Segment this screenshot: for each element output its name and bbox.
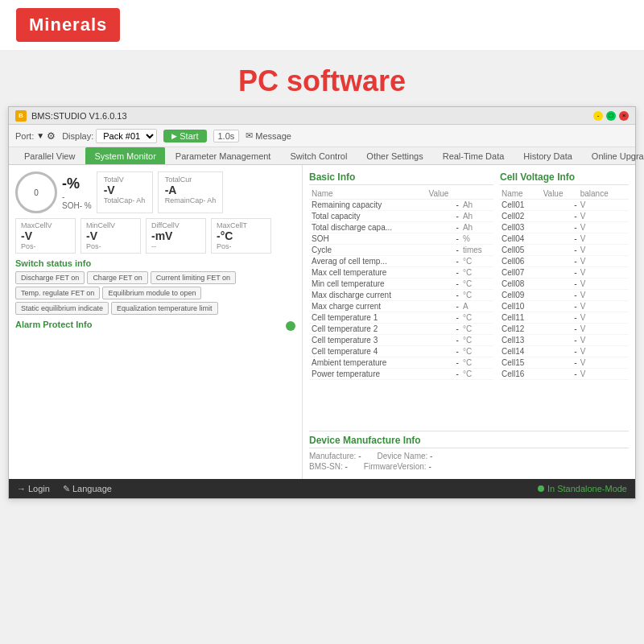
- equalization-temp-btn[interactable]: Equalization temperature limit: [111, 302, 218, 315]
- table-row: Cell01 - V: [500, 200, 629, 211]
- tab-realtime[interactable]: Real-Time Data: [434, 147, 514, 164]
- message-button[interactable]: ✉ Message: [246, 130, 291, 141]
- equilibrium-open-btn[interactable]: Equilibrium module to open: [102, 287, 201, 299]
- device-info-section: Device Manufacture Info Manufacture: - D…: [309, 431, 629, 473]
- row-name: Min cell temperature: [309, 279, 427, 290]
- table-row: Cell14 - V: [500, 346, 629, 357]
- table-row: Cell temperature 4 - °C: [309, 346, 493, 357]
- close-button[interactable]: ×: [619, 111, 629, 121]
- row-unit: °C: [460, 346, 493, 357]
- row-value: -: [427, 245, 460, 256]
- gear-icon[interactable]: ⚙: [47, 130, 56, 142]
- table-row: Cell02 - V: [500, 211, 629, 222]
- branding-area: Minerals: [0, 0, 644, 50]
- soh-value: -%: [62, 175, 92, 192]
- row-name: Cell temperature 4: [309, 346, 427, 357]
- cv-cell-balance: V: [579, 357, 629, 369]
- cv-cell-balance: V: [579, 301, 629, 312]
- row-name: Max cell temperature: [309, 267, 427, 279]
- min-cell-v-sub: Pos-: [86, 242, 135, 250]
- row-name: Cell temperature 2: [309, 324, 427, 335]
- basic-info-table: Name Value Remaining capacity - Ah Total…: [309, 188, 493, 380]
- tab-parameter[interactable]: Parameter Management: [167, 147, 280, 164]
- row-value: -: [427, 233, 460, 245]
- table-row: Ambient temperature - °C: [309, 357, 493, 369]
- total-v-box: TotalV -V TotalCap- Ah: [97, 171, 153, 213]
- diff-cell-v-box: DiffCellV -mV --: [146, 218, 206, 254]
- tab-system-monitor[interactable]: System Monitor: [85, 147, 164, 164]
- start-button[interactable]: Start: [163, 130, 206, 142]
- row-name: Cell temperature 1: [309, 312, 427, 324]
- cv-col-value: Value: [542, 188, 579, 200]
- max-cell-v-box: MaxCellV -V Pos-: [15, 218, 76, 254]
- row-value: -: [427, 279, 460, 290]
- table-row: Cell15 - V: [500, 357, 629, 369]
- minimize-button[interactable]: -: [593, 111, 603, 121]
- cv-cell-value: -: [542, 245, 579, 256]
- row-unit: °C: [460, 369, 493, 380]
- row-name: Max discharge current: [309, 290, 427, 301]
- device-name-label: Device Name:: [378, 452, 428, 460]
- cv-cell-name: Cell10: [500, 301, 542, 312]
- tab-parallel[interactable]: Parallel View: [15, 147, 84, 164]
- cell-metrics-row: MaxCellV -V Pos- MinCellV -V Pos- DiffCe…: [15, 218, 295, 254]
- mode-label: In Standalone-Mode: [547, 484, 627, 493]
- current-limit-btn[interactable]: Current limiting FET on: [151, 271, 236, 284]
- tab-history[interactable]: History Data: [514, 147, 581, 164]
- row-value: -: [427, 211, 460, 222]
- pack-select[interactable]: Pack #01: [96, 129, 157, 143]
- row-name: Cycle: [309, 245, 427, 256]
- maximize-button[interactable]: □: [606, 111, 616, 121]
- total-v-sub: TotalCap- Ah: [104, 196, 146, 204]
- row-value: -: [427, 222, 460, 233]
- static-equilibrium-btn[interactable]: Static equilibrium indicate: [15, 302, 109, 315]
- window-controls: - □ ×: [593, 111, 629, 121]
- soh-sub: -: [62, 192, 92, 201]
- charge-fet-btn[interactable]: Charge FET on: [87, 271, 147, 284]
- basic-col-value: Value: [427, 188, 460, 200]
- cv-cell-value: -: [542, 233, 579, 245]
- soh-circle-label: 0: [34, 188, 39, 197]
- table-row: Cell07 - V: [500, 267, 629, 279]
- tab-other[interactable]: Other Settings: [357, 147, 431, 164]
- basic-info-section: Basic Info Name Value Remaining capacity…: [309, 171, 493, 426]
- login-link[interactable]: → Login: [17, 484, 50, 493]
- cv-cell-name: Cell11: [500, 312, 542, 324]
- tab-upgrade[interactable]: Online Upgrade: [583, 147, 644, 164]
- discharge-fet-btn[interactable]: Discharge FET on: [15, 271, 85, 284]
- row-name: Cell temperature 3: [309, 335, 427, 346]
- cv-cell-name: Cell03: [500, 222, 542, 233]
- status-bar: → Login ✎ Language In Standalone-Mode: [9, 479, 635, 498]
- cv-cell-value: -: [542, 346, 579, 357]
- table-row: Cell temperature 3 - °C: [309, 335, 493, 346]
- cv-cell-name: Cell07: [500, 267, 542, 279]
- time-display: 1.0s: [213, 130, 240, 142]
- status-left: → Login ✎ Language: [17, 484, 112, 494]
- device-row-2: BMS-SN: - FirmwareVersion: -: [309, 462, 629, 471]
- row-value: -: [427, 256, 460, 267]
- cv-cell-name: Cell06: [500, 256, 542, 267]
- port-arrow-icon: ▼: [36, 131, 44, 140]
- table-row: Cell temperature 1 - °C: [309, 312, 493, 324]
- row-value: -: [427, 301, 460, 312]
- tab-switch[interactable]: Switch Control: [281, 147, 356, 164]
- table-row: Cell09 - V: [500, 290, 629, 301]
- language-icon: ✎: [63, 484, 70, 494]
- max-cell-v-label: MaxCellV: [21, 221, 70, 229]
- table-row: Cell05 - V: [500, 245, 629, 256]
- cv-cell-value: -: [542, 357, 579, 369]
- cv-cell-name: Cell13: [500, 335, 542, 346]
- table-row: Remaining capacity - Ah: [309, 200, 493, 211]
- cv-cell-value: -: [542, 312, 579, 324]
- row-unit: °C: [460, 267, 493, 279]
- status-right: In Standalone-Mode: [538, 484, 627, 493]
- row-unit: Ah: [460, 222, 493, 233]
- alarm-row: Alarm Protect Info: [15, 320, 295, 332]
- logo-text: Minerals: [29, 14, 107, 35]
- temp-regulate-btn[interactable]: Temp. regulate FET on: [15, 287, 100, 299]
- right-panel: Basic Info Name Value Remaining capacity…: [303, 165, 635, 479]
- cv-col-balance: balance: [579, 188, 629, 200]
- language-link[interactable]: ✎ Language: [63, 484, 112, 494]
- cv-col-name: Name: [500, 188, 542, 200]
- row-name: SOH: [309, 233, 427, 245]
